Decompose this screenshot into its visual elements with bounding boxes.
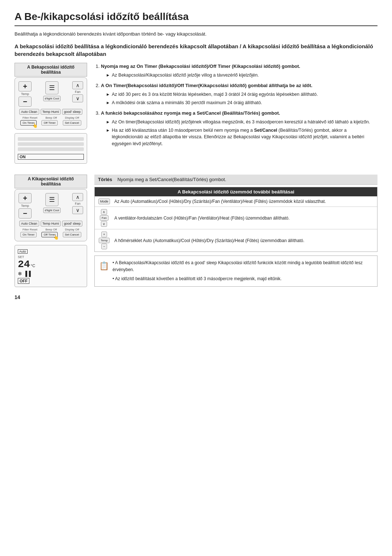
off-timer-btn-1[interactable]: Off Timer	[41, 120, 58, 126]
auto-clean-1[interactable]: Auto Clean	[19, 109, 39, 115]
box2-label: A Kikapcsolási időzítő beállítása	[15, 175, 87, 188]
display-off-label-2: Display Off	[65, 228, 79, 231]
page-title: A Be-/kikapcsolási időzítő beállítása	[15, 11, 377, 26]
step3-bullet2-bold: Set/Cancel	[254, 128, 277, 133]
temp-humi-1[interactable]: Temp Humi	[41, 109, 61, 115]
mode-button-icon[interactable]: Mode	[98, 199, 110, 204]
good-sleep-1[interactable]: good' sleep	[62, 109, 82, 115]
fan-label-1: Fan	[75, 90, 81, 94]
temp-unit: °C	[31, 263, 35, 268]
fan-row-text: A ventilátor-fordulatszám Cool (Hűtés)/F…	[114, 216, 290, 221]
remote-1: + Temp − ☰ d'light Cool ∧ Fan ∨ Auto C	[15, 77, 87, 130]
step-1: Nyomja meg az On Timer (Bekapcsolási idő…	[101, 63, 377, 78]
minus-button-1[interactable]: −	[19, 97, 32, 107]
auto-badge: Auto	[18, 249, 28, 254]
right-panel-top: Nyomja meg az On Timer (Bekapcsolási idő…	[94, 63, 377, 164]
snowflake-icon: ❄ ▐▐	[18, 271, 84, 277]
timer-row-1: On Timer 👆 Off Timer Set Cancel	[19, 120, 83, 126]
fan-down-2[interactable]: ∨	[72, 206, 83, 214]
torles-text: Nyomja meg a Set/Cancel(Beállítás/Törlés…	[117, 177, 226, 182]
plus-icon[interactable]: +	[101, 232, 107, 237]
step3-bold: A funkció bekapcsolásához nyomja meg a S…	[101, 110, 280, 116]
beep-off-label-1: Beep Off	[45, 116, 57, 119]
temp-label-2: Temp	[19, 204, 32, 208]
display-temp-box: Auto SET 24 °C ❄ ▐▐ OFF	[15, 245, 87, 287]
off-timer-btn-2[interactable]: Off Timer 👆	[41, 232, 58, 237]
display-line-1	[18, 137, 84, 141]
table-row-fan: ∧ Fan ∨ A ventilátor-fordulatszám Cool (…	[95, 207, 377, 229]
inner-table-header: A Bekapcsolási időzítő üzemmód további b…	[95, 187, 377, 196]
auto-clean-2[interactable]: Auto Clean	[19, 221, 39, 226]
fan-up-icon[interactable]: ∧	[101, 209, 107, 215]
plus-button-2[interactable]: +	[19, 193, 32, 203]
step-2: A On Timer(Bekapcsolási időzítő)/Off Tim…	[101, 82, 377, 106]
step2-bold: A On Timer(Bekapcsolási időzítő)/Off Tim…	[101, 83, 313, 88]
timer-row-2: On Timer Off Timer 👆 Set Cancel	[19, 232, 83, 237]
minus-icon[interactable]: −	[101, 244, 107, 249]
torles-row: Törlés Nyomja meg a Set/Cancel(Beállítás…	[94, 175, 377, 185]
fan-down-1[interactable]: ∨	[72, 94, 83, 102]
temp-humi-2[interactable]: Temp Humi	[41, 221, 61, 226]
note-box: 📋 • A Bekapcsolási/Kikapcsolási időzítő …	[94, 255, 377, 287]
step-3: A funkció bekapcsolásához nyomja meg a S…	[101, 110, 377, 147]
fan-down-icon[interactable]: ∨	[101, 221, 107, 227]
menu-icon-1[interactable]: ☰	[45, 81, 58, 94]
on-display-label: ON	[18, 154, 84, 160]
small-label-row-2: Filter Reset Beep Off Display Off	[19, 228, 83, 231]
step3-bullet2-pre: Ha az idő kiválasztása után 10 másodperc…	[112, 128, 254, 133]
minus-button-2[interactable]: −	[19, 208, 32, 218]
fan-label-2: Fan	[75, 202, 81, 205]
mid-btn-row-2: Auto Clean Temp Humi good' sleep	[19, 221, 83, 226]
remote-2: + Temp − ☰ d'light Cool ∧ Fan ∨ Auto Cle…	[15, 189, 87, 241]
temp-label-1: Temp	[19, 92, 32, 96]
fan-up-1[interactable]: ∧	[72, 81, 83, 89]
dlight-button-2[interactable]: d'light Cool	[43, 208, 60, 213]
step2-bullet1: Az idő 30 perc és 3 óra között félórás l…	[107, 91, 377, 98]
fan-up-2[interactable]: ∧	[72, 193, 83, 201]
off-display-label: OFF	[18, 278, 29, 284]
mid-btn-row-1: Auto Clean Temp Humi good' sleep	[19, 109, 83, 115]
step1-bold: Nyomja meg az On Timer (Bekapcsolási idő…	[101, 64, 300, 69]
note-bullet-1: • A Bekapcsolási/Kikapcsolási időzítő és…	[113, 259, 373, 273]
bottom-right-panel: Törlés Nyomja meg a Set/Cancel(Beállítás…	[94, 175, 377, 287]
temp-control-group: + Temp −	[19, 81, 32, 107]
filter-reset-label-1: Filter Reset	[23, 116, 37, 119]
filter-reset-label-2: Filter Reset	[23, 228, 37, 231]
step3-bullet1: Az On timer(Bekapcsolási időzítő) jelzőj…	[107, 119, 377, 126]
mode-icon-cell: Mode	[97, 199, 111, 204]
table-row-temp: + Temp − A hőmérséklet Auto (Automatikus…	[95, 229, 377, 252]
fan-control-group-1: ∧ Fan ∨	[72, 81, 83, 102]
top-main-layout: A Bekapcsolási időzítő beállítása + Temp…	[15, 63, 377, 164]
note-icon: 📋	[99, 259, 109, 283]
section-heading: A bekapcsolási időzítő beállítása a légk…	[15, 42, 377, 58]
temp-value: 24	[18, 259, 30, 270]
set-cancel-btn-1[interactable]: Set Cancel	[63, 120, 81, 126]
on-timer-btn-2[interactable]: On Timer	[20, 232, 37, 237]
finger-icon-2: 👆	[53, 235, 59, 240]
set-cancel-btn-2[interactable]: Set Cancel	[63, 232, 81, 237]
display-box-1: ON	[15, 133, 87, 164]
steps-list: Nyomja meg az On Timer (Bekapcsolási idő…	[94, 63, 377, 147]
temp-label-icon: Temp	[99, 238, 110, 243]
display-off-label-1: Display Off	[65, 116, 79, 119]
beep-off-label-2: Beep Off	[45, 228, 57, 231]
dlight-button-1[interactable]: d'light Cool	[43, 96, 60, 101]
table-row-mode: Mode Az Auto (Automatikus)/Cool (Hűtés)/…	[95, 196, 377, 207]
good-sleep-2[interactable]: good' sleep	[62, 221, 82, 226]
step3-bullet2: Ha az idő kiválasztása után 10 másodperc…	[107, 127, 377, 147]
temp-icon-cell: + Temp −	[97, 232, 111, 249]
step2-bullet2: A működési órák száma a minimális 30 per…	[107, 99, 377, 106]
menu-icon-2[interactable]: ☰	[45, 193, 58, 206]
box1-label: A Bekapcsolási időzítő beállítása	[15, 63, 87, 77]
step1-bullet: Az Bekapcsolási/Kikapcsolási időzítő jel…	[107, 72, 377, 79]
bottom-layout: A Kikapcsolási időzítő beállítása + Temp…	[15, 175, 377, 287]
on-timer-btn-1[interactable]: On Timer 👆	[20, 120, 37, 126]
subtitle: Beállíthatja a légkondicionáló berendezé…	[15, 31, 377, 37]
fan-icon-cell: ∧ Fan ∨	[97, 209, 111, 227]
inner-table: A Bekapcsolási időzítő üzemmód további b…	[94, 187, 377, 252]
plus-button-1[interactable]: +	[19, 81, 32, 91]
note-bullet-2: • Az időzítő beállítását követően a beál…	[113, 275, 373, 282]
page-number: 14	[15, 294, 377, 300]
mode-row-text: Az Auto (Automatikus)/Cool (Hűtés)/Dry (…	[114, 199, 326, 204]
display-line-3	[18, 147, 84, 151]
